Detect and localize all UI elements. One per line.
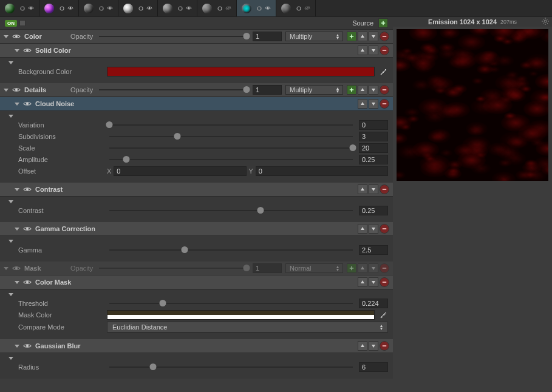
move-up-button[interactable]: [358, 263, 367, 273]
blend-mode-dropdown[interactable]: Multiply▴▾: [285, 32, 343, 41]
collapse-icon[interactable]: [15, 188, 19, 191]
material-tab-3[interactable]: [118, 0, 158, 16]
scale-slider[interactable]: [109, 147, 353, 149]
delete-button[interactable]: [380, 263, 389, 273]
details-layer-header[interactable]: Details Opacity Multiply▴▾: [0, 83, 393, 97]
eye-icon[interactable]: [67, 5, 73, 12]
mask-layer-header[interactable]: Mask Opacity Normal▴▾: [0, 262, 393, 275]
color-layer-header[interactable]: Color Opacity Multiply▴▾: [0, 30, 393, 44]
collapse-icon[interactable]: [15, 345, 19, 348]
delete-button[interactable]: [380, 184, 389, 194]
delete-button[interactable]: [380, 32, 389, 41]
gear-icon[interactable]: [541, 17, 550, 27]
add-effect-button[interactable]: [347, 85, 356, 95]
collapse-icon[interactable]: [15, 49, 19, 52]
collapse-icon[interactable]: [15, 228, 19, 231]
move-up-button[interactable]: [358, 341, 367, 351]
add-effect-button[interactable]: [347, 32, 356, 41]
link-icon[interactable]: [59, 5, 65, 12]
material-tab-1[interactable]: [39, 0, 79, 16]
delete-button[interactable]: [380, 277, 389, 287]
subdivisions-value[interactable]: [359, 132, 388, 141]
expand-icon[interactable]: [9, 293, 13, 296]
blend-mode-dropdown[interactable]: Multiply▴▾: [285, 85, 343, 95]
color-mask-effect-header[interactable]: Color Mask: [0, 275, 393, 289]
move-down-button[interactable]: [369, 32, 378, 41]
delete-button[interactable]: [380, 85, 389, 95]
add-effect-button[interactable]: [347, 263, 356, 273]
amplitude-value[interactable]: [359, 155, 388, 164]
eye-icon[interactable]: [12, 33, 21, 39]
move-down-button[interactable]: [369, 99, 378, 109]
eye-icon[interactable]: [23, 186, 32, 192]
expand-icon[interactable]: [9, 115, 13, 118]
delete-button[interactable]: [380, 46, 389, 55]
bg-color-swatch[interactable]: [107, 67, 375, 76]
opacity-slider[interactable]: [99, 36, 247, 37]
move-up-button[interactable]: [358, 184, 367, 194]
offset-y-value[interactable]: [256, 166, 388, 176]
delete-button[interactable]: [380, 99, 389, 109]
gamma-slider[interactable]: [109, 249, 353, 251]
contrast-value[interactable]: [359, 206, 388, 215]
blend-mode-dropdown[interactable]: Normal▴▾: [285, 263, 343, 273]
move-down-button[interactable]: [369, 85, 378, 95]
expand-icon[interactable]: [9, 200, 13, 203]
move-down-button[interactable]: [369, 224, 378, 234]
move-up-button[interactable]: [358, 224, 367, 234]
move-up-button[interactable]: [358, 85, 367, 95]
move-down-button[interactable]: [369, 341, 378, 351]
subdivisions-slider[interactable]: [109, 136, 353, 137]
expand-icon[interactable]: [9, 357, 13, 360]
scale-value[interactable]: [359, 143, 388, 153]
collapse-icon[interactable]: [15, 281, 19, 284]
toggle-checkbox[interactable]: [19, 20, 26, 26]
contrast-effect-header[interactable]: Contrast: [0, 183, 393, 197]
move-up-button[interactable]: [358, 99, 367, 109]
link-icon[interactable]: [256, 5, 262, 12]
delete-button[interactable]: [380, 224, 389, 234]
move-up-button[interactable]: [358, 277, 367, 287]
opacity-slider[interactable]: [99, 268, 247, 269]
eye-icon[interactable]: [28, 5, 34, 12]
offset-x-value[interactable]: [114, 166, 246, 176]
material-tab-4[interactable]: [158, 0, 197, 16]
radius-slider[interactable]: [109, 367, 353, 368]
move-down-button[interactable]: [369, 263, 378, 273]
eyedropper-icon[interactable]: [378, 67, 388, 76]
link-icon[interactable]: [98, 5, 104, 12]
compare-mode-dropdown[interactable]: Euclidian Distance▴▾: [107, 322, 388, 333]
expand-icon[interactable]: [9, 61, 13, 64]
eye-icon[interactable]: [23, 226, 32, 232]
variation-value[interactable]: [359, 120, 388, 130]
mask-color-swatch[interactable]: [107, 310, 375, 320]
opacity-value[interactable]: [253, 85, 282, 95]
eye-icon[interactable]: [265, 5, 271, 12]
threshold-slider[interactable]: [109, 303, 353, 304]
move-down-button[interactable]: [369, 46, 378, 55]
move-up-button[interactable]: [358, 46, 367, 55]
eye-icon[interactable]: [23, 279, 32, 285]
eye-off-icon[interactable]: [225, 5, 231, 12]
eye-icon[interactable]: [186, 5, 192, 12]
amplitude-slider[interactable]: [109, 159, 353, 160]
move-down-button[interactable]: [369, 277, 378, 287]
eye-icon[interactable]: [23, 101, 32, 107]
move-down-button[interactable]: [369, 184, 378, 194]
radius-value[interactable]: [359, 362, 388, 372]
expand-icon[interactable]: [9, 240, 13, 243]
contrast-slider[interactable]: [109, 210, 353, 211]
collapse-icon[interactable]: [4, 267, 9, 270]
opacity-value[interactable]: [253, 32, 282, 41]
eye-off-icon[interactable]: [304, 5, 310, 12]
solid-color-effect-header[interactable]: Solid Color: [0, 44, 393, 58]
material-tab-5[interactable]: [197, 0, 237, 16]
add-button[interactable]: [378, 18, 388, 28]
eye-icon[interactable]: [12, 87, 21, 93]
opacity-slider[interactable]: [99, 89, 247, 90]
eyedropper-icon[interactable]: [378, 310, 388, 320]
eye-icon[interactable]: [23, 343, 32, 349]
eye-icon[interactable]: [23, 47, 32, 53]
material-tab-7[interactable]: [276, 0, 316, 16]
link-icon[interactable]: [217, 5, 223, 12]
